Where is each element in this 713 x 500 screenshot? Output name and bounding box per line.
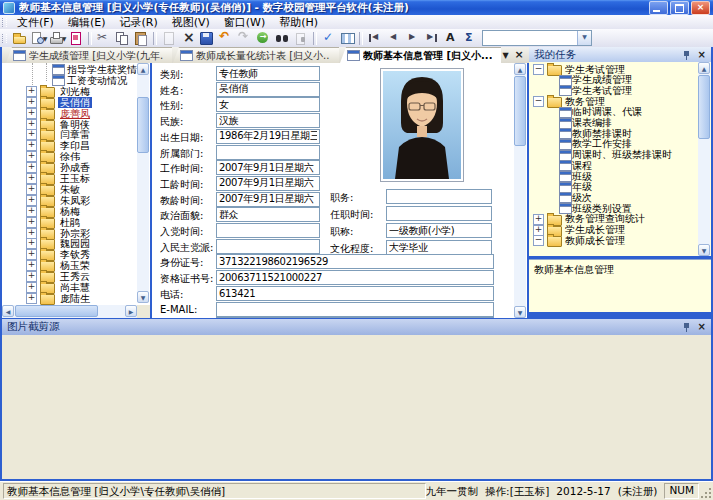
tree-item-teacher[interactable]: 孙成香 <box>2 162 92 173</box>
expand-icon[interactable] <box>26 108 37 119</box>
tree-item-teacher[interactable]: 李印昌 <box>2 140 92 151</box>
tree-item-teacher[interactable]: 朱凤彩 <box>2 195 92 206</box>
tab-close-icon[interactable] <box>515 51 524 60</box>
menu-item[interactable]: 视图(V) <box>165 16 217 29</box>
delete-button[interactable] <box>178 30 197 46</box>
tasks-scroll-thumb[interactable] <box>698 75 710 139</box>
task-item[interactable]: 周课时、班级禁排课时 <box>529 150 672 161</box>
education-level-field[interactable] <box>386 240 492 255</box>
tree-item-doc[interactable]: 工资变动情况 <box>2 75 129 86</box>
home-address-field[interactable] <box>216 317 494 318</box>
expand-icon[interactable] <box>533 235 544 246</box>
tab-2[interactable]: 教师成长量化统计表 [归义小... <box>173 47 339 63</box>
phone-field[interactable] <box>216 286 494 301</box>
tree-item-teacher[interactable]: 庞陆生 <box>2 293 92 304</box>
tree-item-teacher[interactable]: 尚丰慧 <box>2 282 92 293</box>
task-folder[interactable]: 教师成长管理 <box>529 235 625 246</box>
expand-icon[interactable] <box>533 64 544 75</box>
paste-button[interactable] <box>132 30 151 46</box>
scroll-up-icon[interactable] <box>137 63 149 75</box>
scroll-right-icon[interactable] <box>125 305 137 317</box>
cut-button[interactable] <box>94 30 113 46</box>
nav-prev-button[interactable] <box>384 30 403 46</box>
grid-button[interactable] <box>338 30 357 46</box>
appointment-date-field[interactable] <box>386 206 492 221</box>
tree-item-teacher[interactable]: 吴俏俏 <box>2 97 92 108</box>
certificate-number-field[interactable] <box>216 270 494 285</box>
tree-item-teacher[interactable]: 刘光梅 <box>2 86 92 97</box>
position-field[interactable] <box>386 189 492 204</box>
maximize-button[interactable] <box>670 1 689 15</box>
birth-date-field[interactable] <box>216 129 320 144</box>
expand-icon[interactable] <box>26 217 37 228</box>
minimize-button[interactable] <box>649 1 668 15</box>
scroll-down-icon[interactable] <box>698 244 710 256</box>
political-status-field[interactable] <box>216 207 320 222</box>
tree-item-teacher[interactable]: 鲁明侠 <box>2 119 92 130</box>
sum-button[interactable] <box>460 30 479 46</box>
menu-item[interactable]: 窗口(W) <box>217 16 272 29</box>
ethnicity-field[interactable] <box>216 113 320 128</box>
script-button[interactable] <box>319 30 338 46</box>
close-panel-icon[interactable] <box>698 322 706 332</box>
print-button[interactable] <box>48 30 67 46</box>
name-field[interactable] <box>216 82 320 97</box>
nav-first-button[interactable] <box>365 30 384 46</box>
menu-item[interactable]: 文件(F) <box>10 16 61 29</box>
export-button[interactable] <box>67 30 86 46</box>
menu-item[interactable]: 帮助(H) <box>272 16 325 29</box>
gender-field[interactable] <box>216 97 320 112</box>
scroll-down-icon[interactable] <box>137 291 149 303</box>
tree-item-teacher[interactable]: 李钦秀 <box>2 249 92 260</box>
tree-item-teacher[interactable]: 王玉标 <box>2 173 92 184</box>
pin-icon[interactable] <box>683 50 691 60</box>
tab-list-dropdown-icon[interactable] <box>502 52 508 60</box>
seniority-start-field[interactable] <box>216 176 320 191</box>
tree-item-doc[interactable]: 指导学生获奖情况 <box>2 64 149 75</box>
refresh-button[interactable] <box>254 30 273 46</box>
expand-icon[interactable] <box>533 96 544 107</box>
record-combo-field[interactable] <box>483 31 577 45</box>
category-field[interactable] <box>216 66 320 81</box>
tree-item-teacher[interactable]: 王秀云 <box>2 271 92 282</box>
tree-item-teacher[interactable]: 魏园园 <box>2 238 92 249</box>
close-button[interactable] <box>691 1 710 15</box>
title-field[interactable] <box>386 223 492 238</box>
scroll-up-icon[interactable] <box>698 62 710 74</box>
tree-item-teacher[interactable]: 闫章雷 <box>2 129 92 140</box>
close-panel-icon[interactable] <box>698 50 706 60</box>
pin-icon[interactable] <box>683 322 691 332</box>
work-start-field[interactable] <box>216 160 320 175</box>
find-button[interactable] <box>273 30 292 46</box>
tree-item-teacher[interactable]: 孙宗彩 <box>2 228 92 239</box>
scroll-down-icon[interactable] <box>514 306 526 318</box>
resize-grip[interactable] <box>700 487 712 499</box>
tab-3[interactable]: 教师基本信息管理 [归义小... <box>340 47 501 63</box>
form-scroll-thumb[interactable] <box>514 76 526 146</box>
record-combo[interactable] <box>482 30 592 46</box>
copy-button[interactable] <box>113 30 132 46</box>
expand-icon[interactable] <box>26 293 37 304</box>
undo-button[interactable] <box>216 30 235 46</box>
nav-next-button[interactable] <box>403 30 422 46</box>
combo-dropdown-icon[interactable] <box>577 31 591 45</box>
party-join-field[interactable] <box>216 223 320 238</box>
menu-item[interactable]: 编辑(E) <box>61 16 113 29</box>
save-button[interactable] <box>197 30 216 46</box>
font-button[interactable] <box>441 30 460 46</box>
menu-item[interactable]: 记录(R) <box>112 16 164 29</box>
teaching-start-field[interactable] <box>216 192 320 207</box>
scroll-up-icon[interactable] <box>514 63 526 75</box>
id-number-field[interactable] <box>216 254 494 269</box>
democratic-party-field[interactable] <box>216 239 320 254</box>
email-field[interactable] <box>216 302 494 317</box>
preview-button[interactable] <box>29 30 48 46</box>
tab-1[interactable]: 学生成绩管理 [归义小学(九年... <box>6 47 172 63</box>
open-button[interactable] <box>10 30 29 46</box>
scroll-left-icon[interactable] <box>2 305 14 317</box>
tree-hscroll-thumb[interactable] <box>15 305 98 317</box>
tree-scroll-thumb[interactable] <box>137 97 149 153</box>
department-field[interactable] <box>216 145 320 160</box>
tree-item-teacher[interactable]: 庞善凤 <box>2 108 92 119</box>
nav-last-button[interactable] <box>422 30 441 46</box>
